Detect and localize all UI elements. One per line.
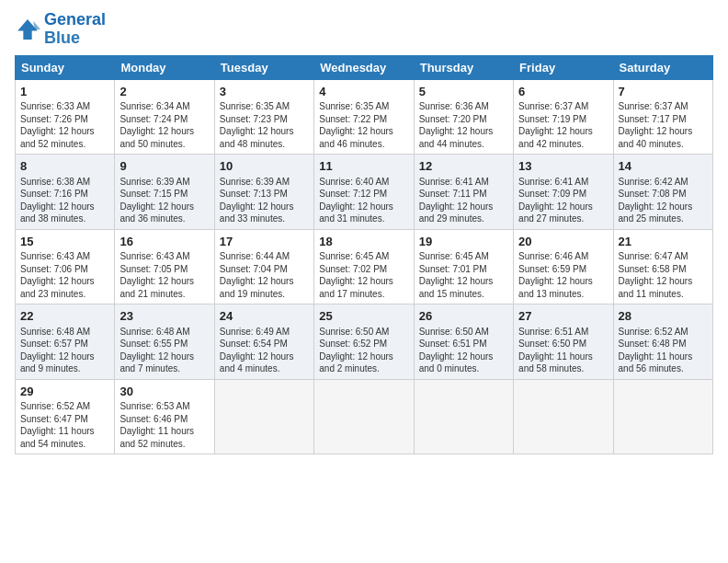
sunset-label: Sunset: 7:24 PM [119, 114, 188, 124]
day-number: 28 [619, 308, 708, 325]
calendar-cell: 18Sunrise: 6:45 AMSunset: 7:02 PMDayligh… [314, 229, 414, 304]
logo-icon [15, 17, 40, 42]
calendar-week-1: 1Sunrise: 6:33 AMSunset: 7:26 PMDaylight… [16, 79, 713, 155]
weekday-header-saturday: Saturday [613, 55, 712, 79]
daylight-label: Daylight: 12 hours and 36 minutes. [119, 201, 194, 224]
daylight-label: Daylight: 12 hours and 0 minutes. [419, 351, 494, 374]
day-number: 5 [419, 84, 508, 100]
sunrise-label: Sunrise: 6:34 AM [119, 101, 189, 111]
day-number: 26 [419, 308, 508, 325]
daylight-label: Daylight: 11 hours and 56 minutes. [619, 351, 693, 374]
calendar-week-2: 8Sunrise: 6:38 AMSunset: 7:16 PMDaylight… [16, 155, 713, 230]
sunrise-label: Sunrise: 6:52 AM [20, 401, 90, 411]
sunset-label: Sunset: 7:16 PM [20, 189, 88, 199]
day-number: 8 [20, 158, 109, 175]
sunset-label: Sunset: 6:47 PM [20, 414, 88, 424]
sunset-label: Sunset: 7:20 PM [419, 114, 487, 124]
daylight-label: Daylight: 12 hours and 13 minutes. [518, 276, 593, 299]
sunrise-label: Sunrise: 6:43 AM [119, 251, 189, 261]
sunset-label: Sunset: 6:46 PM [119, 414, 188, 424]
sunset-label: Sunset: 7:23 PM [220, 114, 288, 124]
logo: General Blue [15, 11, 106, 48]
calendar-cell: 13Sunrise: 6:41 AMSunset: 7:09 PMDayligh… [514, 155, 613, 230]
daylight-label: Daylight: 11 hours and 58 minutes. [518, 351, 593, 374]
day-number: 12 [419, 158, 508, 175]
sunrise-label: Sunrise: 6:45 AM [419, 251, 489, 261]
sunrise-label: Sunrise: 6:45 AM [319, 251, 389, 261]
sunset-label: Sunset: 7:09 PM [518, 189, 586, 199]
sunrise-label: Sunrise: 6:35 AM [319, 101, 389, 111]
weekday-header-sunday: Sunday [16, 55, 115, 79]
weekday-header-friday: Friday [514, 55, 613, 79]
sunset-label: Sunset: 6:59 PM [518, 264, 586, 274]
calendar-cell [414, 379, 513, 454]
sunset-label: Sunset: 6:52 PM [319, 339, 387, 349]
daylight-label: Daylight: 12 hours and 27 minutes. [518, 201, 593, 224]
calendar-cell [514, 379, 613, 454]
day-number: 27 [518, 308, 608, 325]
calendar-cell: 25Sunrise: 6:50 AMSunset: 6:52 PMDayligh… [314, 304, 414, 380]
sunrise-label: Sunrise: 6:42 AM [619, 177, 688, 187]
day-number: 6 [518, 84, 608, 100]
sunrise-label: Sunrise: 6:49 AM [220, 327, 290, 337]
calendar-cell: 3Sunrise: 6:35 AMSunset: 7:23 PMDaylight… [214, 79, 313, 155]
sunset-label: Sunset: 7:17 PM [619, 114, 687, 124]
calendar-cell: 19Sunrise: 6:45 AMSunset: 7:01 PMDayligh… [414, 229, 513, 304]
sunrise-label: Sunrise: 6:50 AM [319, 327, 389, 337]
calendar-cell: 23Sunrise: 6:48 AMSunset: 6:55 PMDayligh… [115, 304, 214, 380]
daylight-label: Daylight: 12 hours and 50 minutes. [119, 126, 194, 149]
calendar-week-4: 22Sunrise: 6:48 AMSunset: 6:57 PMDayligh… [16, 304, 713, 380]
sunrise-label: Sunrise: 6:53 AM [119, 401, 189, 411]
day-number: 14 [619, 158, 708, 175]
calendar-cell: 7Sunrise: 6:37 AMSunset: 7:17 PMDaylight… [613, 79, 712, 155]
daylight-label: Daylight: 12 hours and 11 minutes. [619, 276, 693, 299]
daylight-label: Daylight: 12 hours and 4 minutes. [220, 351, 294, 374]
calendar-cell: 10Sunrise: 6:39 AMSunset: 7:13 PMDayligh… [214, 155, 313, 230]
daylight-label: Daylight: 12 hours and 15 minutes. [419, 276, 494, 299]
sunset-label: Sunset: 7:11 PM [419, 189, 487, 199]
daylight-label: Daylight: 12 hours and 40 minutes. [619, 126, 693, 149]
weekday-header-tuesday: Tuesday [214, 55, 313, 79]
calendar-cell: 15Sunrise: 6:43 AMSunset: 7:06 PMDayligh… [16, 229, 115, 304]
page: General Blue SundayMondayTuesdayWednesda… [0, 0, 728, 465]
sunset-label: Sunset: 7:04 PM [220, 264, 288, 274]
calendar-cell: 12Sunrise: 6:41 AMSunset: 7:11 PMDayligh… [414, 155, 513, 230]
day-number: 15 [20, 234, 109, 250]
daylight-label: Daylight: 12 hours and 7 minutes. [119, 351, 194, 374]
day-number: 21 [619, 234, 708, 250]
calendar-cell [314, 379, 414, 454]
daylight-label: Daylight: 12 hours and 21 minutes. [119, 276, 194, 299]
sunrise-label: Sunrise: 6:50 AM [419, 327, 489, 337]
calendar-cell: 30Sunrise: 6:53 AMSunset: 6:46 PMDayligh… [115, 379, 214, 454]
sunset-label: Sunset: 7:06 PM [20, 264, 88, 274]
sunset-label: Sunset: 6:57 PM [20, 339, 88, 349]
calendar-cell [613, 379, 712, 454]
sunrise-label: Sunrise: 6:43 AM [20, 251, 90, 261]
sunset-label: Sunset: 7:08 PM [619, 189, 687, 199]
calendar-cell: 8Sunrise: 6:38 AMSunset: 7:16 PMDaylight… [16, 155, 115, 230]
calendar-cell: 24Sunrise: 6:49 AMSunset: 6:54 PMDayligh… [214, 304, 313, 380]
sunset-label: Sunset: 7:26 PM [20, 114, 88, 124]
sunset-label: Sunset: 6:55 PM [119, 339, 188, 349]
calendar-cell: 21Sunrise: 6:47 AMSunset: 6:58 PMDayligh… [613, 229, 712, 304]
calendar-cell: 28Sunrise: 6:52 AMSunset: 6:48 PMDayligh… [613, 304, 712, 380]
day-number: 4 [319, 84, 408, 100]
weekday-header-row: SundayMondayTuesdayWednesdayThursdayFrid… [16, 55, 713, 79]
day-number: 17 [220, 234, 309, 250]
day-number: 10 [220, 158, 309, 175]
sunset-label: Sunset: 7:02 PM [319, 264, 387, 274]
calendar-cell [214, 379, 313, 454]
day-number: 25 [319, 308, 408, 325]
sunset-label: Sunset: 6:48 PM [619, 339, 687, 349]
daylight-label: Daylight: 12 hours and 23 minutes. [20, 276, 95, 299]
calendar-cell: 5Sunrise: 6:36 AMSunset: 7:20 PMDaylight… [414, 79, 513, 155]
sunset-label: Sunset: 6:50 PM [518, 339, 586, 349]
sunrise-label: Sunrise: 6:40 AM [319, 177, 389, 187]
calendar-week-3: 15Sunrise: 6:43 AMSunset: 7:06 PMDayligh… [16, 229, 713, 304]
calendar-cell: 16Sunrise: 6:43 AMSunset: 7:05 PMDayligh… [115, 229, 214, 304]
sunrise-label: Sunrise: 6:41 AM [419, 177, 489, 187]
daylight-label: Daylight: 12 hours and 44 minutes. [419, 126, 494, 149]
daylight-label: Daylight: 12 hours and 38 minutes. [20, 201, 95, 224]
calendar-cell: 17Sunrise: 6:44 AMSunset: 7:04 PMDayligh… [214, 229, 313, 304]
sunrise-label: Sunrise: 6:33 AM [20, 101, 90, 111]
